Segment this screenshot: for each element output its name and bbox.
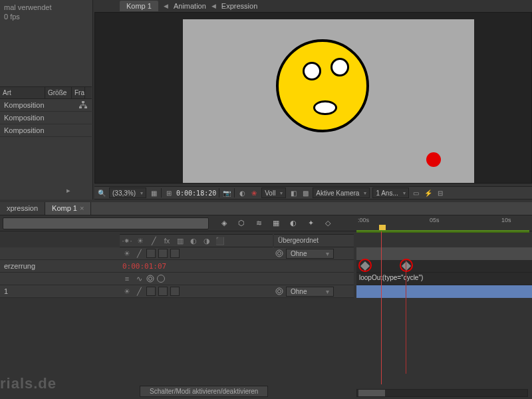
search-input[interactable] [3,217,209,229]
switch-box[interactable] [146,287,156,296]
pickwhip-icon[interactable] [275,287,283,295]
channel-icon[interactable]: ◐ [237,188,247,198]
viewer-toolbar: 🔍 (33,3%) ▦ ⊞ 0:00:18:20 📷 ◐ ❀ Voll ◧ ▩ … [94,186,532,200]
collapse-icon[interactable]: ☀ [136,236,145,245]
rgb-icon[interactable]: ❀ [249,188,259,198]
pickwhip-icon[interactable] [146,275,154,283]
expression-graph-icon[interactable]: ∿ [134,274,144,283]
collapse-icon[interactable]: ☀ [122,249,132,258]
parent-dropdown[interactable]: Ohne [286,249,334,259]
svg-point-5 [147,275,154,282]
slider-thumb[interactable] [358,390,385,396]
property-value[interactable]: 0:00:01:07 [122,262,166,271]
project-item[interactable]: Komposition [0,112,92,124]
3d-icon[interactable]: ⬛ [215,236,225,245]
flowchart-icon[interactable] [78,101,88,109]
breadcrumb: Komp 1 ◀ Animation ◀ Expression [120,0,257,12]
fx-icon[interactable]: fx [162,236,172,245]
toggle-switches-button[interactable]: Schalter/Modi aktivieren/deaktivieren [140,386,268,397]
col-size[interactable]: Größe [45,87,72,98]
close-icon[interactable]: × [80,204,84,212]
zoom-dropdown[interactable]: (33,3%) [109,188,146,198]
current-time[interactable]: 0:00:18:20 [176,190,216,197]
track-row-expression[interactable]: loopOut(type="cycle") [356,273,532,285]
motion-blur-switch-icon[interactable]: ◐ [189,236,198,245]
breadcrumb-item[interactable]: Animation [174,2,206,10]
timeline-tracks[interactable]: loopOut(type="cycle") [356,247,532,298]
layer-row[interactable]: ☀ ╱ Ohne [0,247,354,260]
transparency-icon[interactable]: ▩ [301,188,310,198]
composition-canvas[interactable] [183,19,474,183]
adjustment-icon[interactable]: ◑ [202,236,211,245]
red-ball-shape[interactable] [426,152,441,167]
switch-box[interactable] [158,249,168,258]
switches-header: ·⁕· ☀ ╱ fx ▥ ◐ ◑ ⬛ [120,234,273,247]
parent-dropdown[interactable]: Ohne [286,287,334,297]
fast-preview-icon[interactable]: ⚡ [424,188,433,198]
track-row[interactable] [356,285,532,298]
auto-keyframe-icon[interactable]: ◇ [322,217,334,229]
collapse-icon[interactable]: ☀ [122,287,132,296]
tab-komp1[interactable]: Komp 1× [45,202,91,215]
property-row[interactable]: erzerrung 0:00:01:07 [0,260,354,273]
project-item[interactable]: Komposition [0,99,92,112]
grid-icon[interactable]: ⊞ [164,188,174,198]
ruler-tick: :00s [358,217,369,223]
channel-dropdown[interactable]: Voll [261,188,286,198]
watermark: rials.de [0,375,57,392]
brainstorm-icon[interactable]: ✦ [305,217,317,229]
col-fra[interactable]: Fra [72,87,85,98]
pixel-aspect-icon[interactable]: ▭ [412,188,421,198]
pickwhip-icon[interactable] [275,249,283,257]
tab-expression[interactable]: xpression [0,202,45,215]
expression-enable-icon[interactable]: ≡ [122,274,132,283]
composition-viewer[interactable] [94,12,532,184]
layer-row[interactable]: 1 ☀ ╱ Ohne [0,285,354,298]
time-ruler[interactable]: :00s 05s 10s [356,215,532,231]
mouth [313,100,337,115]
track-row-keyframes[interactable] [356,260,532,273]
expression-row[interactable]: ≡ ∿ [0,273,354,285]
switch-box[interactable] [170,249,180,258]
svg-rect-1 [79,106,82,108]
layer-bar[interactable] [356,285,532,298]
play-icon[interactable]: ▸ [66,186,70,195]
timeline-icon[interactable]: ⊟ [436,188,445,198]
switch-box[interactable] [146,249,156,258]
magnify-icon[interactable]: 🔍 [97,188,106,198]
exposure-icon[interactable]: ◧ [289,188,298,198]
frame-blend-icon[interactable]: ▥ [176,236,185,245]
svg-point-8 [278,290,281,293]
playhead-line[interactable] [381,231,382,384]
comp-mini-flowchart-icon[interactable]: ◈ [218,217,230,229]
quality-icon[interactable]: ╱ [134,287,144,296]
quality-icon[interactable]: ╱ [134,249,144,258]
timeline-zoom-slider[interactable] [356,389,528,397]
quality-icon[interactable]: ╱ [149,236,158,245]
draft3d-icon[interactable]: ⬡ [235,217,247,229]
keyframe-highlight [358,259,372,272]
views-dropdown[interactable]: 1 Ans... [372,188,408,198]
stopwatch-icon[interactable] [157,275,165,283]
svg-point-3 [276,250,283,257]
camera-dropdown[interactable]: Aktive Kamera [313,188,370,198]
blur-icon[interactable]: ≋ [253,217,265,229]
graph-editor-icon[interactable]: ▦ [270,217,282,229]
property-name: erzerrung [4,262,35,270]
expression-text[interactable]: loopOut(type="cycle") [359,274,423,281]
switch-box[interactable] [158,287,168,296]
col-art[interactable]: Art [0,87,45,98]
breadcrumb-item[interactable]: Komp 1 [120,1,158,11]
face-shape[interactable] [276,39,369,132]
project-item[interactable]: Komposition [0,124,92,137]
track-row[interactable] [356,247,532,260]
resolution-icon[interactable]: ▦ [149,188,158,198]
work-area-bar[interactable] [356,230,529,233]
parent-column-header: Übergeordnet [274,234,354,247]
snapshot-icon[interactable]: 📷 [222,188,231,198]
motion-blur-icon[interactable]: ◐ [287,217,299,229]
breadcrumb-item[interactable]: Expression [221,2,257,10]
switch-box[interactable] [170,287,180,296]
shy-icon[interactable]: ·⁕· [122,236,132,245]
ruler-tick: 05s [430,217,440,223]
